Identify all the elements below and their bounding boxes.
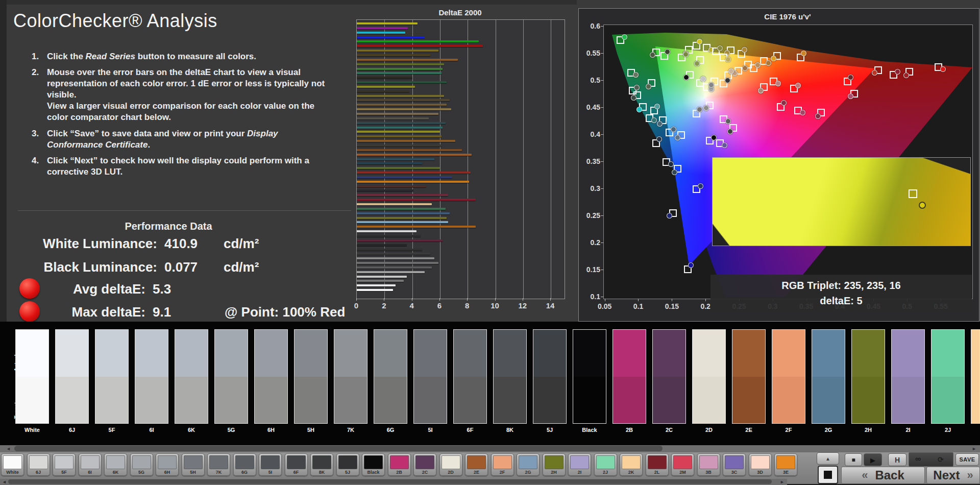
deltae-error-bar[interactable] — [357, 117, 429, 119]
patch-button-3D[interactable]: 3D — [749, 453, 772, 476]
deltae-error-bar[interactable] — [357, 185, 426, 187]
patch-button-Black[interactable]: Black — [362, 453, 385, 476]
comparator-column[interactable] — [812, 329, 845, 424]
deltae-error-bar[interactable] — [357, 77, 412, 79]
deltae-error-bar[interactable] — [357, 154, 472, 156]
deltae-error-bar[interactable] — [357, 99, 450, 101]
measured-point-marker[interactable] — [631, 95, 636, 101]
measured-point-marker[interactable] — [697, 107, 702, 112]
comparator-column[interactable] — [135, 329, 168, 424]
deltae-error-bar[interactable] — [357, 284, 396, 286]
measured-point-marker[interactable] — [688, 262, 694, 268]
deltae-error-bar[interactable] — [357, 36, 425, 38]
comparator-column[interactable] — [214, 329, 248, 424]
deltae-error-bar[interactable] — [357, 90, 409, 92]
patch-button-6G[interactable]: 6G — [233, 453, 256, 476]
deltae-error-bar[interactable] — [357, 230, 416, 232]
patch-button-3E[interactable]: 3E — [774, 453, 797, 476]
measured-point-marker[interactable] — [651, 117, 657, 123]
scroll-left-icon[interactable]: ◄ — [2, 479, 7, 484]
deltae-error-bar[interactable] — [357, 253, 430, 255]
deltae-error-bar[interactable] — [357, 127, 443, 129]
measured-point-marker[interactable] — [727, 129, 733, 134]
measured-point-marker[interactable] — [697, 39, 702, 44]
deltae-error-bar[interactable] — [357, 181, 469, 183]
patch-button-White[interactable]: White — [1, 453, 24, 476]
measured-point-marker[interactable] — [766, 60, 771, 66]
deltae-error-bar[interactable] — [357, 140, 455, 142]
measured-point-marker[interactable] — [725, 57, 731, 62]
patch-button-6H[interactable]: 6H — [156, 453, 179, 476]
measured-point-marker[interactable] — [771, 56, 776, 61]
deltae-error-bar[interactable] — [357, 208, 446, 210]
patch-button-2B[interactable]: 2B — [388, 453, 411, 476]
deltae-error-bar[interactable] — [357, 59, 458, 61]
comparator-column[interactable] — [334, 329, 368, 424]
measured-point-marker[interactable] — [742, 47, 747, 53]
comparator-column[interactable] — [294, 329, 328, 424]
patch-button-2J[interactable]: 2J — [594, 453, 617, 476]
deltae-error-bar[interactable] — [357, 149, 462, 151]
deltae-error-bar[interactable] — [357, 63, 444, 65]
pattern-window-button[interactable] — [818, 466, 838, 484]
measured-point-marker[interactable] — [801, 51, 806, 56]
measured-point-marker[interactable] — [903, 72, 909, 78]
patch-button-5G[interactable]: 5G — [130, 453, 153, 476]
measured-point-marker[interactable] — [758, 88, 764, 93]
comparator-column[interactable] — [692, 329, 726, 424]
deltae-error-bar[interactable] — [357, 189, 413, 191]
deltae-error-bar[interactable] — [357, 50, 438, 52]
deltae-error-bar[interactable] — [357, 54, 430, 56]
measured-point-marker[interactable] — [940, 66, 946, 72]
patch-button-3B[interactable]: 3B — [697, 453, 720, 476]
measured-point-marker[interactable] — [725, 78, 730, 83]
patch-button-5J[interactable]: 5J — [336, 453, 359, 476]
deltae-error-bar[interactable] — [357, 194, 448, 196]
comparator-column[interactable] — [95, 329, 129, 424]
deltae-error-bar[interactable] — [357, 199, 476, 201]
deltae-error-bar[interactable] — [357, 108, 451, 110]
deltae-error-bar[interactable] — [357, 280, 404, 282]
measured-point-marker[interactable] — [895, 69, 900, 75]
measured-point-marker[interactable] — [742, 65, 748, 71]
deltae-error-bar[interactable] — [357, 217, 447, 219]
deltae-error-bar[interactable] — [357, 203, 432, 205]
patch-button-2L[interactable]: 2L — [646, 453, 669, 476]
deltae-error-bar[interactable] — [357, 135, 442, 137]
deltae-error-bar[interactable] — [357, 81, 447, 83]
measured-point-marker[interactable] — [654, 104, 660, 109]
stop-button[interactable]: ■ — [845, 453, 862, 466]
patch-button-6F[interactable]: 6F — [285, 453, 308, 476]
deltae-error-bar[interactable] — [357, 244, 407, 246]
patch-button-2F[interactable]: 2F — [491, 453, 514, 476]
measured-point-marker[interactable] — [633, 72, 639, 78]
patch-button-5I[interactable]: 5I — [259, 453, 282, 476]
patch-button-2M[interactable]: 2M — [671, 453, 694, 476]
scroll-right-icon[interactable]: ► — [972, 446, 976, 451]
comparator-column[interactable] — [453, 329, 487, 424]
comparator-column[interactable] — [15, 329, 49, 424]
patch-button-7K[interactable]: 7K — [207, 453, 230, 476]
save-button[interactable]: SAVE — [955, 453, 979, 466]
deltae-error-bar[interactable] — [357, 167, 440, 169]
deltae-error-bar[interactable] — [357, 22, 418, 25]
comparator-column[interactable] — [931, 329, 965, 424]
deltae-error-bar[interactable] — [357, 226, 476, 228]
measured-point-marker[interactable] — [667, 213, 672, 219]
comparator-column[interactable] — [413, 329, 447, 424]
cie-zoom-inset[interactable] — [712, 157, 971, 246]
patch-button-2D[interactable]: 2D — [439, 453, 462, 476]
measured-point-marker[interactable] — [800, 110, 805, 115]
measured-point-marker[interactable] — [755, 62, 761, 68]
comparator-column[interactable] — [55, 329, 89, 424]
scroll-left-icon[interactable]: ◄ — [6, 446, 11, 451]
deltae-error-bar[interactable] — [357, 276, 407, 278]
measured-point-marker[interactable] — [657, 121, 663, 127]
scroll-right-icon[interactable]: ► — [780, 479, 785, 484]
deltae-error-bar[interactable] — [357, 27, 408, 29]
comparator-column[interactable] — [891, 329, 925, 424]
pattern-up-button[interactable]: ▲ — [817, 452, 839, 465]
measured-point-marker[interactable] — [636, 107, 642, 112]
deltae-error-bar[interactable] — [357, 266, 432, 269]
comparator-column[interactable] — [493, 329, 527, 424]
